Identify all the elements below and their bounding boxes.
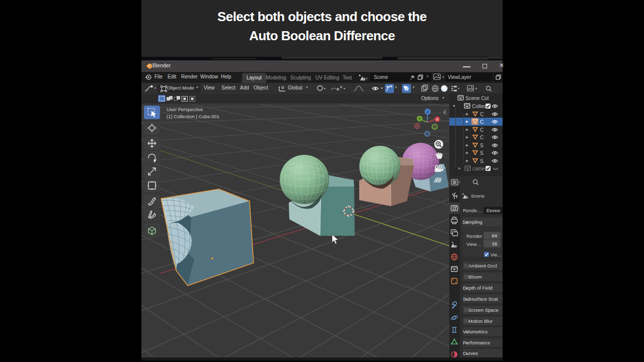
svg-text:X: X (436, 117, 438, 122)
svg-text:Y: Y (418, 117, 421, 121)
svg-text:Z: Z (427, 110, 429, 114)
